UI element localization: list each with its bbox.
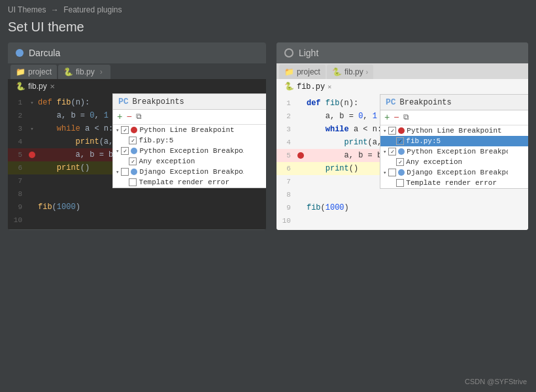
fold-arrow-3: ▾ (30, 125, 33, 133)
dark-bp-copy[interactable]: ⧉ (136, 112, 142, 122)
chevron-4: ▾ (116, 169, 119, 176)
dark-tab-project-label: project (28, 67, 52, 76)
chevron-0: ▾ (116, 127, 119, 134)
dark-bp-toolbar: + − ⧉ (113, 110, 266, 125)
dark-bp-panel-header: PC Breakpoints (113, 94, 266, 110)
dark-bp-item-2[interactable]: ▾ Python Exception Breakpoi (113, 146, 266, 156)
light-bp-dot-0 (398, 127, 405, 134)
light-bp-item-2[interactable]: ▾ Python Exception Breakpoi (380, 146, 528, 157)
light-tab-close[interactable]: ✕ (327, 83, 331, 91)
light-breakpoints-panel[interactable]: PC Breakpoints + − ⧉ ▾ Python Line Break… (380, 94, 528, 189)
light-bp-title: Breakpoints (400, 98, 452, 107)
dark-code-area: 1 ▾ def fib(n): 2 a, b = 0, 1 3 ▾ while … (8, 93, 266, 229)
bp-icon: PC (118, 97, 129, 106)
light-bp-check-2[interactable] (388, 148, 396, 155)
light-bp-remove[interactable]: − (394, 112, 399, 123)
dark-bp-label-1: fib.py:5 (139, 137, 173, 144)
light-bp-check-3[interactable] (396, 158, 404, 166)
dark-bp-check-3[interactable] (129, 157, 137, 165)
dark-bp-dot-0 (131, 127, 137, 133)
dark-breakpoints-panel[interactable]: PC Breakpoints + − ⧉ ▾ Python Line Break… (112, 93, 266, 188)
dark-bp-item-3[interactable]: ▾ Any exception (113, 156, 266, 167)
dark-bp-check-4[interactable] (121, 168, 129, 176)
light-bp-check-5[interactable] (396, 179, 404, 187)
light-bp-item-1[interactable]: ▾ fib.py:5 (380, 136, 528, 146)
dark-bp-label-4: Django Exception Breakpoi (139, 168, 244, 176)
light-chevron-4: ▾ (383, 169, 386, 176)
fold-arrow-1: ▾ (30, 99, 33, 106)
active-file-icon: 🐍 (16, 82, 25, 91)
breadcrumb-part1[interactable]: UI Themes (8, 5, 46, 14)
light-bp-add[interactable]: + (384, 112, 390, 123)
dark-tab-project[interactable]: 📁 project (10, 65, 57, 79)
light-chevron-0: ▾ (383, 127, 386, 135)
light-bp-item-5[interactable]: ▾ Template render error (380, 178, 528, 188)
light-bp-item-3[interactable]: ▾ Any exception (380, 157, 528, 167)
light-editor-panel: 📁 project 🐍 fib.py › 🐍 fib.py ✕ 1 (276, 63, 528, 230)
code-line-8: 8 (8, 188, 266, 201)
dark-tab-close[interactable]: ✕ (50, 83, 55, 90)
dark-bp-item-0[interactable]: ▾ Python Line Breakpoint (113, 125, 266, 135)
dark-bp-check-1[interactable] (129, 137, 137, 144)
breadcrumb-part2[interactable]: Featured plugins (63, 5, 122, 14)
code-line-9: 9 fib(1000) (8, 201, 266, 214)
code-line-10: 10 (8, 214, 266, 227)
light-tab-project-label: project (297, 67, 320, 76)
dark-bp-title: Breakpoints (133, 97, 184, 106)
light-bp-label-2: Python Exception Breakpoi (407, 148, 508, 155)
light-bp-dot-4 (398, 169, 405, 176)
dark-theme-card[interactable]: Darcula 📁 project 🐍 fib.py › 🐍 fib.py ✕ (8, 42, 266, 230)
dark-theme-name: Darcula (29, 48, 60, 58)
themes-container: Darcula 📁 project 🐍 fib.py › 🐍 fib.py ✕ (0, 42, 536, 230)
dark-tab-active-label: fib.py (28, 82, 47, 91)
dark-tab-fibpy-1[interactable]: 🐍 fib.py › (58, 65, 110, 79)
dark-tab-active[interactable]: 🐍 fib.py ✕ (10, 79, 60, 93)
dark-bp-label-2: Python Exception Breakpoi (139, 147, 244, 155)
light-code-area: 1 def fib(n): 2 a, b = 0, 1 3 while a < … (276, 94, 528, 230)
light-bp-label-1: fib.py:5 (406, 137, 441, 145)
light-chevron-2: ▾ (383, 148, 386, 155)
light-file-icon-1: 🐍 (332, 67, 342, 76)
light-theme-header[interactable]: Light (276, 42, 528, 63)
light-bp-item-4[interactable]: ▾ Django Exception Breakpoi (380, 167, 528, 178)
light-tab-bar: 📁 project 🐍 fib.py › (276, 63, 528, 79)
dark-theme-header[interactable]: Darcula (8, 42, 266, 63)
dark-bp-item-4[interactable]: ▾ Django Exception Breakpoi (113, 167, 266, 177)
light-code-line-10: 10 (276, 214, 528, 227)
breadcrumb: UI Themes → Featured plugins (0, 0, 536, 17)
light-theme-card[interactable]: Light 📁 project 🐍 fib.py › 🐍 fib.py ✕ (276, 42, 528, 230)
light-bp-copy[interactable]: ⧉ (403, 113, 409, 122)
folder-icon: 📁 (16, 67, 25, 76)
dark-bp-add[interactable]: + (117, 112, 122, 122)
dark-bp-item-5[interactable]: ▾ Template render error (113, 177, 266, 188)
light-bp-toolbar: + − ⧉ (380, 110, 528, 125)
light-bp-check-1[interactable] (396, 137, 404, 145)
dark-bp-check-2[interactable] (121, 147, 129, 155)
light-tab-fibpy-1[interactable]: 🐍 fib.py › (327, 65, 373, 79)
light-radio[interactable] (284, 48, 293, 57)
light-tab-active-label: fib.py (297, 82, 325, 91)
dark-bp-label-3: Any exception (139, 157, 195, 165)
dark-bp-item-1[interactable]: ▾ fib.py:5 (113, 135, 266, 146)
light-bp-check-0[interactable] (388, 127, 396, 135)
light-tab-fibpy-label: fib.py (344, 67, 363, 76)
light-bp-icon: PC (386, 97, 396, 107)
dark-bp-remove[interactable]: − (126, 112, 131, 122)
dark-selected-dot (16, 49, 24, 57)
light-bp-label-0: Python Line Breakpoint (407, 127, 501, 135)
breakpoint-dot-5 (29, 152, 35, 158)
light-active-file-icon: 🐍 (284, 82, 294, 91)
dark-tab-fibpy-1-label: fib.py (76, 67, 95, 76)
chevron-2: ▾ (116, 148, 119, 155)
dark-bp-check-0[interactable] (121, 126, 129, 134)
light-bp-label-4: Django Exception Breakpoi (407, 169, 508, 176)
dark-bp-dot-2 (131, 148, 137, 154)
page-title: Set UI theme (0, 17, 536, 42)
dark-bp-label-0: Python Line Breakpoint (139, 126, 234, 134)
light-tab-active[interactable]: 🐍 fib.py ✕ (279, 79, 337, 94)
light-folder-icon: 📁 (284, 67, 294, 76)
light-bp-check-4[interactable] (388, 169, 396, 176)
light-tab-project[interactable]: 📁 project (279, 65, 326, 79)
dark-bp-check-5[interactable] (129, 178, 137, 186)
light-bp-item-0[interactable]: ▾ Python Line Breakpoint (380, 125, 528, 136)
